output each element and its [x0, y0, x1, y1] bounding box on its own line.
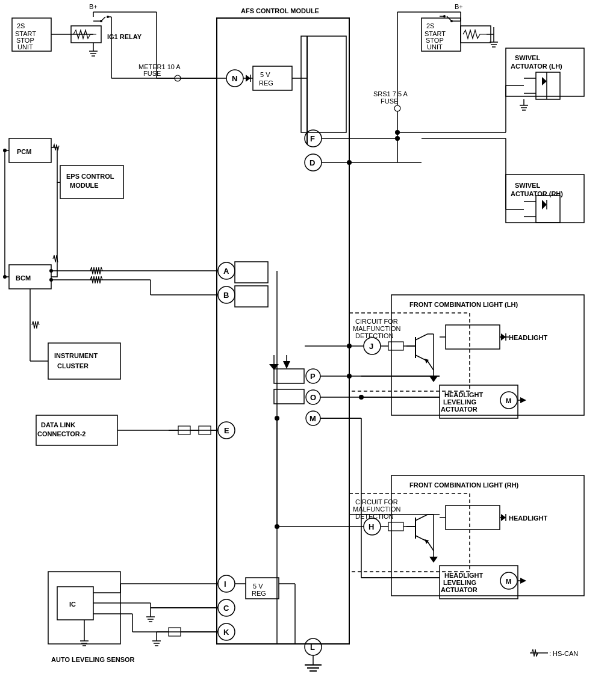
connector-N: N: [232, 74, 237, 83]
svg-point-105: [49, 269, 53, 273]
five-v-reg-bottom: 5 V: [253, 583, 263, 590]
svg-point-94: [3, 275, 7, 279]
svg-line-183: [428, 542, 434, 551]
svg-rect-104: [235, 286, 268, 307]
svg-text:UNIT: UNIT: [427, 43, 443, 51]
svg-rect-103: [235, 262, 268, 283]
svg-text:ACTUATOR (RH): ACTUATOR (RH): [511, 190, 563, 197]
svg-point-198: [218, 575, 235, 592]
ic-label: IC: [69, 601, 76, 608]
svg-marker-27: [246, 75, 250, 82]
connector-A: A: [223, 267, 229, 276]
svg-marker-188: [501, 514, 506, 521]
svg-rect-149: [274, 389, 304, 404]
svg-marker-163: [520, 397, 526, 403]
svg-rect-148: [274, 369, 304, 383]
svg-marker-150: [283, 361, 290, 369]
svg-text:ACTUATOR: ACTUATOR: [441, 586, 478, 593]
swivel-actuator-lh-label: SWIVEL: [515, 54, 540, 61]
front-combo-rh-label: FRONT COMBINATION LIGHT (RH): [409, 481, 519, 489]
svg-text:ACTUATOR (LH): ACTUATOR (LH): [511, 63, 562, 70]
connector-P: P: [310, 372, 316, 381]
connector-H: H: [369, 522, 374, 531]
svg-rect-142: [446, 325, 500, 349]
svg-marker-133: [425, 359, 429, 363]
svg-text:CLUSTER: CLUSTER: [57, 362, 89, 369]
svg-text:LEVELING: LEVELING: [443, 398, 476, 406]
auto-leveling-label: AUTO LEVELING SENSOR: [51, 656, 135, 663]
svg-text:REG: REG: [252, 590, 266, 597]
svg-rect-174: [388, 522, 403, 531]
data-link-label: DATA LINK: [41, 421, 75, 428]
connector-B: B: [223, 291, 229, 300]
svg-text:MODULE: MODULE: [70, 182, 99, 189]
srs-fuse-label: SRS1 7.5 A: [373, 90, 408, 97]
svg-line-45: [447, 16, 452, 21]
svg-point-93: [3, 149, 7, 152]
headlight-leveling-rh: HEADLIGHT: [444, 572, 483, 579]
svg-rect-23: [253, 66, 292, 90]
connector-C: C: [223, 604, 229, 613]
svg-text:CONNECTOR-2: CONNECTOR-2: [37, 430, 86, 437]
connector-I: I: [224, 580, 226, 589]
pcm-label: PCM: [17, 148, 31, 155]
svg-point-254: [275, 416, 279, 421]
svg-marker-61: [542, 77, 547, 85]
connector-K: K: [223, 628, 229, 637]
svg-text:MALFUNCTION: MALFUNCTION: [353, 325, 401, 332]
start-stop-unit-right: 2S: [426, 22, 434, 29]
svg-text:REG: REG: [259, 79, 273, 87]
bcm-label: BCM: [16, 274, 31, 282]
b-plus-label-right: B+: [455, 3, 463, 10]
svg-line-9: [101, 17, 105, 21]
hs-can-legend: : HS-CAN: [549, 650, 578, 657]
svg-line-177: [415, 515, 428, 521]
svg-rect-31: [301, 36, 346, 132]
connector-J: J: [369, 342, 373, 351]
headlight-rh-label: HEADLIGHT: [509, 515, 547, 522]
svg-point-85: [347, 160, 352, 165]
svg-text:FUSE: FUSE: [381, 97, 398, 105]
svg-text:ACTUATOR: ACTUATOR: [441, 406, 478, 413]
connector-M-lh: M: [310, 414, 316, 423]
ig1-relay-label: IG1 RELAY: [107, 33, 142, 40]
start-stop-unit-left: 2S: [17, 22, 25, 29]
svg-marker-73: [542, 200, 547, 209]
malfunction-detection-lh: CIRCUIT FOR: [355, 318, 398, 325]
svg-point-248: [347, 344, 352, 348]
connector-F: F: [310, 134, 315, 143]
connector-E: E: [224, 426, 229, 435]
svg-point-53: [394, 105, 400, 111]
svg-text:MALFUNCTION: MALFUNCTION: [353, 506, 401, 513]
svg-rect-0: [217, 18, 349, 644]
svg-marker-185: [429, 557, 438, 563]
motor-M-lh: M: [506, 397, 511, 404]
headlight-lh-label: HEADLIGHT: [509, 334, 547, 341]
svg-line-136: [428, 361, 434, 370]
svg-marker-138: [429, 376, 438, 382]
eps-control-label: EPS CONTROL: [66, 173, 114, 180]
svg-marker-197: [520, 578, 526, 584]
b-plus-label-left: B+: [89, 3, 98, 10]
svg-rect-186: [446, 506, 500, 530]
connector-D: D: [310, 158, 315, 167]
connector-L: L: [310, 643, 315, 652]
svg-text:UNIT: UNIT: [17, 43, 33, 51]
motor-M-rh: M: [506, 578, 511, 585]
wiring-diagram: AFS CONTROL MODULE B+ 2S START STOP UNIT…: [0, 0, 616, 674]
afs-module-title: AFS CONTROL MODULE: [241, 7, 319, 14]
svg-marker-180: [425, 539, 429, 544]
front-combo-lh-label: FRONT COMBINATION LIGHT (LH): [409, 301, 518, 308]
svg-rect-72: [536, 196, 560, 223]
five-v-reg-top: 5 V: [260, 71, 270, 78]
svg-point-106: [49, 278, 53, 282]
svg-rect-60: [536, 72, 560, 99]
svg-rect-107: [48, 343, 120, 379]
svg-line-130: [415, 334, 428, 340]
svg-text:FUSE: FUSE: [143, 70, 161, 77]
connector-O: O: [310, 393, 316, 402]
svg-rect-127: [388, 342, 403, 350]
svg-text:LEVELING: LEVELING: [443, 579, 476, 586]
instrument-cluster-label: INSTRUMENT: [54, 352, 98, 359]
swivel-actuator-rh-label: SWIVEL: [515, 182, 540, 189]
